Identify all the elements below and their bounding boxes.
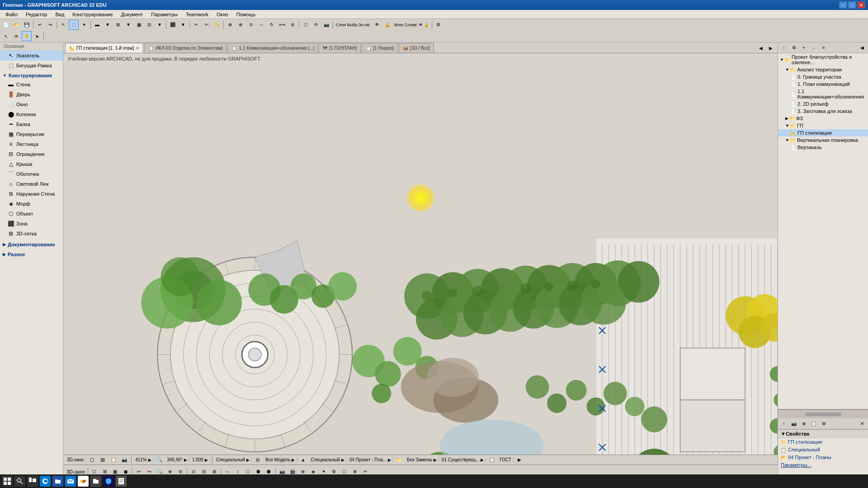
tree-item-vertical[interactable]: 📄 Вертикаль <box>778 144 868 151</box>
menu-window[interactable]: Окно <box>213 11 232 18</box>
menu-teamwork[interactable]: Teamwork <box>182 11 212 18</box>
toolbar-3d-rotate[interactable]: ⟳ <box>311 20 321 30</box>
sidebar-item-zone[interactable]: ⬛ Зона <box>0 219 63 229</box>
toolbar-save[interactable]: 💾 <box>22 20 32 30</box>
tab-ikl[interactable]: 📋 ИКЛ-03 Отделка по Элементам] <box>144 43 226 53</box>
status-layer1[interactable]: Специальный ▶ <box>214 457 252 462</box>
tree-item-complan[interactable]: 📄 1. План коммуникаций <box>778 80 868 88</box>
maximize-button[interactable]: □ <box>848 1 856 9</box>
pt-copy[interactable]: ⊕ <box>799 419 809 429</box>
sidebar-item-grid3d[interactable]: ⊞ 3D-сетка <box>0 229 63 239</box>
pt-paste[interactable]: 📋 <box>809 419 819 429</box>
status-zoom[interactable]: 411% ▶ <box>133 457 153 462</box>
tree-item-fz[interactable]: ▶ 📁 ФЗ <box>778 115 868 122</box>
pt-cam[interactable]: 📷 <box>789 419 799 429</box>
scale-drop[interactable]: ▶ <box>205 458 208 462</box>
status-3d-icon[interactable]: ⬡ <box>87 455 97 465</box>
tab-gp-stylization[interactable]: 📐 ГП стилизация [1. 1-й этаж] ✕ <box>65 43 143 53</box>
sidebar-item-window[interactable]: ⬜ Окно <box>0 99 63 109</box>
scroll-area[interactable] <box>778 409 868 418</box>
analize-toggle[interactable]: ▼ <box>785 67 789 72</box>
toolbar-offset[interactable]: ⊘ <box>288 20 297 30</box>
status-existing-icon[interactable]: 📋 <box>487 455 497 465</box>
toolbar-measure[interactable]: 📏 <box>212 20 222 30</box>
taskbar-windows-button[interactable] <box>2 476 13 487</box>
status-right-arrow[interactable]: ▶ <box>514 455 524 465</box>
menu-edit[interactable]: Редактор <box>22 11 51 18</box>
sidebar-item-slab[interactable]: ▦ Перекрытие <box>0 129 63 139</box>
props-link-row[interactable]: Параметры... <box>778 461 868 469</box>
toolbar-layer-lock[interactable]: 🔒 <box>382 20 392 30</box>
docs-header[interactable]: ▶ Документирование <box>0 240 63 249</box>
sidebar-item-morph[interactable]: ◈ Морф <box>0 199 63 209</box>
tab-section[interactable]: 📋 [1 Разрез] <box>362 43 398 53</box>
toolbar-arrow[interactable]: ↖ <box>58 20 68 30</box>
toolbar-mirror[interactable]: ⟺ <box>277 20 287 30</box>
toolbar-column[interactable]: ▼ <box>123 20 133 30</box>
gp-toggle[interactable]: ▼ <box>785 123 789 128</box>
tree-item-gp-style[interactable]: 📐 ГП стилизация <box>778 129 868 136</box>
status-model[interactable]: Вся Модель ▶ <box>264 457 297 462</box>
status-plan-icon[interactable]: 📋 <box>108 455 118 465</box>
vp-toggle[interactable]: ▼ <box>785 138 789 142</box>
status-layer2[interactable]: Специальный ▶ <box>309 457 346 462</box>
status-standard[interactable]: ГОСТ <box>498 457 514 462</box>
rp-nav-up[interactable]: ↑ <box>779 43 789 53</box>
sidebar-item-wall[interactable]: ▬ Стена <box>0 80 63 89</box>
sidebar-item-stair[interactable]: ≡ Лестница <box>0 139 63 149</box>
rp-props[interactable]: ⚙ <box>789 43 799 53</box>
sidebar-item-skylight[interactable]: ☼ Световой Люк <box>0 179 63 189</box>
sidebar-item-door[interactable]: 🚪 Дверь <box>0 89 63 99</box>
toolbar-camera[interactable]: 📷 <box>321 20 331 30</box>
toolbar-wall-drop[interactable]: ▼ <box>103 20 113 30</box>
rp-filter[interactable]: ≡ <box>819 43 829 53</box>
tree-item-gp[interactable]: ▼ 📁 ГП <box>778 122 868 129</box>
taskbar-edge-button[interactable] <box>40 476 51 487</box>
taskbar-files-button[interactable] <box>90 476 101 487</box>
menu-file[interactable]: Файл <box>2 11 21 18</box>
toolbar-snip2[interactable]: ✄ <box>202 20 212 30</box>
scrollbar-thumb[interactable] <box>805 413 841 416</box>
status-folder-icon[interactable]: 📁 <box>394 455 404 465</box>
toolbar-arrow2[interactable]: ➤ <box>32 31 42 41</box>
sidebar-item-column[interactable]: ⬤ Колонна <box>0 109 63 119</box>
zoom-up[interactable]: ▶ <box>148 458 151 462</box>
pt-close[interactable]: ✕ <box>857 419 867 429</box>
rp-collapse[interactable]: ◀ <box>857 43 867 53</box>
toolbar-magic[interactable]: ✦ <box>79 20 89 30</box>
angle-drop[interactable]: ▶ <box>184 458 187 462</box>
toolbar-open[interactable]: 📂 <box>11 20 21 30</box>
tab-comm[interactable]: 📋 1.1 Коммуникации+обозначения [...] <box>227 43 318 53</box>
fz-toggle[interactable]: ▶ <box>785 116 788 121</box>
toolbar-slab[interactable]: ▦ <box>134 20 144 30</box>
toolbar-undo[interactable]: ↩ <box>35 20 45 30</box>
taskbar-notepad-button[interactable] <box>116 476 127 487</box>
toolbar-3d-view[interactable]: ⬡ <box>301 20 311 30</box>
tab-3d[interactable]: 📦 [3D / Все] <box>399 43 434 53</box>
menu-view[interactable]: Вид <box>52 11 68 18</box>
toolbar-copy2[interactable]: ⊗ <box>236 20 245 30</box>
status-3d-mode[interactable]: 3D-окно <box>65 457 86 462</box>
tree-item-sketch[interactable]: 📄 3. Заготовка для эскиза <box>778 108 868 115</box>
menu-help[interactable]: Помощь <box>233 11 259 18</box>
taskbar-chrome-button[interactable] <box>78 476 89 487</box>
pt-nav[interactable]: ↑ <box>779 419 789 429</box>
toolbar-grid-drop[interactable]: ▼ <box>155 20 165 30</box>
taskbar-defender-button[interactable] <box>103 476 114 487</box>
canvas-area[interactable]: Учебная версия ARCHICAD, не для продажи.… <box>63 53 778 455</box>
toolbar-stretch[interactable]: ↔ <box>256 20 266 30</box>
taskbar-taskview-button[interactable] <box>27 476 38 487</box>
status-scale[interactable]: 1:500 ▶ <box>190 457 210 462</box>
sidebar-item-beam[interactable]: ━ Балка <box>0 119 63 129</box>
toolbar-snip1[interactable]: ✂ <box>191 20 201 30</box>
minimize-button[interactable]: ─ <box>839 1 847 9</box>
status-angle[interactable]: 345,90° ▶ <box>165 457 189 462</box>
toolbar-frame[interactable]: ⬚ <box>69 20 79 30</box>
taskbar-explorer-button[interactable] <box>52 476 63 487</box>
toolbar-rotate[interactable]: ↻ <box>267 20 277 30</box>
toolbar-layer-eye[interactable]: 👁 <box>372 20 382 30</box>
menu-document[interactable]: Документ <box>118 11 147 18</box>
toolbar-select[interactable]: ↖ <box>1 31 11 41</box>
toolbar-new[interactable]: 📄 <box>1 20 11 30</box>
status-folder[interactable]: 04 Проект - Пла... ▶ <box>348 457 393 462</box>
